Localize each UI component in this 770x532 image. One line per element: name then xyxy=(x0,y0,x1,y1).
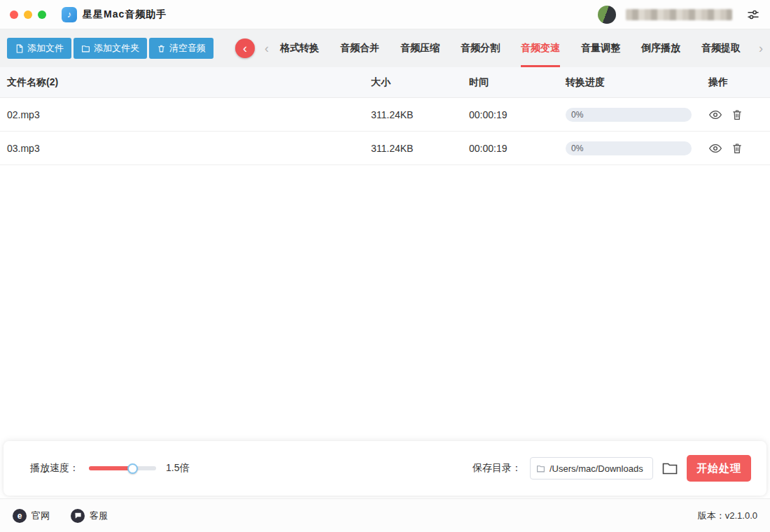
support-label: 客服 xyxy=(90,510,108,522)
table-row: 02.mp3 311.24KB 00:00:19 0% xyxy=(0,98,770,132)
version-label: 版本：v2.1.0.0 xyxy=(698,510,757,522)
zoom-window-button[interactable] xyxy=(38,10,46,19)
settings-sliders-icon[interactable] xyxy=(746,8,760,22)
bottom-control-bar: 播放速度： 1.5倍 保存目录： /Users/mac/Downloads 开始… xyxy=(4,441,766,496)
app-identity: ♪ 星星Mac音频助手 xyxy=(62,7,167,22)
official-site-label: 官网 xyxy=(31,510,50,522)
tab-reverse-play[interactable]: 倒序播放 xyxy=(641,29,680,67)
file-icon xyxy=(15,44,24,53)
tab-volume-adjust[interactable]: 音量调整 xyxy=(581,29,620,67)
close-window-button[interactable] xyxy=(10,10,18,19)
speed-value: 1.5倍 xyxy=(166,462,189,475)
add-folder-button[interactable]: 添加文件夹 xyxy=(74,38,147,59)
tab-audio-merge[interactable]: 音频合并 xyxy=(340,29,379,67)
app-logo-music-note-icon: ♪ xyxy=(62,7,77,22)
header-file-name: 文件名称(2) xyxy=(7,76,371,89)
file-time: 00:00:19 xyxy=(469,143,566,154)
add-file-label: 添加文件 xyxy=(27,42,64,55)
save-dir-input[interactable]: /Users/mac/Downloads xyxy=(530,457,653,479)
save-dir-label: 保存目录： xyxy=(472,462,522,475)
clear-audio-button[interactable]: 清空音频 xyxy=(149,38,214,59)
add-file-button[interactable]: 添加文件 xyxy=(7,38,71,59)
file-time: 00:00:19 xyxy=(469,109,566,120)
table-row: 03.mp3 311.24KB 00:00:19 0% xyxy=(0,132,770,165)
app-title: 星星Mac音频助手 xyxy=(83,8,167,21)
slider-thumb[interactable] xyxy=(127,463,138,474)
file-size: 311.24KB xyxy=(371,143,469,154)
user-avatar[interactable] xyxy=(598,6,616,24)
minimize-window-button[interactable] xyxy=(24,10,32,19)
slider-fill xyxy=(89,466,133,470)
progress-bar: 0% xyxy=(566,141,692,155)
preview-eye-icon[interactable] xyxy=(708,141,722,155)
tabs-scroll-left-icon[interactable]: ‹ xyxy=(265,29,269,67)
tab-audio-speed[interactable]: 音频变速 xyxy=(521,29,560,67)
titlebar: ♪ 星星Mac音频助手 xyxy=(0,0,770,29)
save-dir-path: /Users/mac/Downloads xyxy=(550,463,647,474)
header-actions: 操作 xyxy=(708,76,770,89)
tabs-scroll-right-icon[interactable]: › xyxy=(759,29,763,67)
speed-slider[interactable] xyxy=(89,462,156,475)
clear-audio-label: 清空音频 xyxy=(169,42,206,55)
folder-icon xyxy=(81,44,90,53)
header-progress: 转换进度 xyxy=(566,76,708,89)
window-controls xyxy=(10,10,46,19)
file-name: 02.mp3 xyxy=(7,109,371,120)
globe-icon: e xyxy=(13,509,27,523)
start-processing-button[interactable]: 开始处理 xyxy=(687,455,751,482)
delete-trash-icon[interactable] xyxy=(731,108,743,121)
tab-audio-extract[interactable]: 音频提取 xyxy=(701,29,741,67)
footer: e 官网 客服 版本：v2.1.0.0 xyxy=(0,498,770,532)
tab-format-convert[interactable]: 格式转换 xyxy=(280,29,319,67)
file-size: 311.24KB xyxy=(371,109,469,120)
official-site-link[interactable]: e 官网 xyxy=(13,509,50,523)
redacted-username xyxy=(626,9,732,20)
feature-tabs: 格式转换 音频合并 音频压缩 音频分割 音频变速 音量调整 倒序播放 音频提取 xyxy=(280,29,755,67)
collapse-back-button[interactable]: ‹ xyxy=(235,38,255,58)
customer-support-link[interactable]: 客服 xyxy=(71,509,108,523)
progress-bar: 0% xyxy=(566,108,692,122)
speed-label: 播放速度： xyxy=(30,462,79,475)
trash-icon xyxy=(157,44,166,53)
delete-trash-icon[interactable] xyxy=(731,142,743,155)
tab-audio-split[interactable]: 音频分割 xyxy=(461,29,500,67)
header-size: 大小 xyxy=(371,76,469,89)
header-time: 时间 xyxy=(469,76,566,89)
table-header: 文件名称(2) 大小 时间 转换进度 操作 xyxy=(0,67,770,98)
add-folder-label: 添加文件夹 xyxy=(94,42,139,55)
preview-eye-icon[interactable] xyxy=(708,108,722,122)
browse-folder-icon[interactable] xyxy=(662,460,678,477)
file-name: 03.mp3 xyxy=(7,143,371,154)
tab-audio-compress[interactable]: 音频压缩 xyxy=(400,29,440,67)
toolbar-strip: 添加文件 添加文件夹 清空音频 ‹ ‹ 格式转换 音频合并 音频压缩 音频分割 … xyxy=(0,29,770,67)
chat-bubble-icon xyxy=(71,509,85,523)
small-folder-icon xyxy=(536,464,545,473)
